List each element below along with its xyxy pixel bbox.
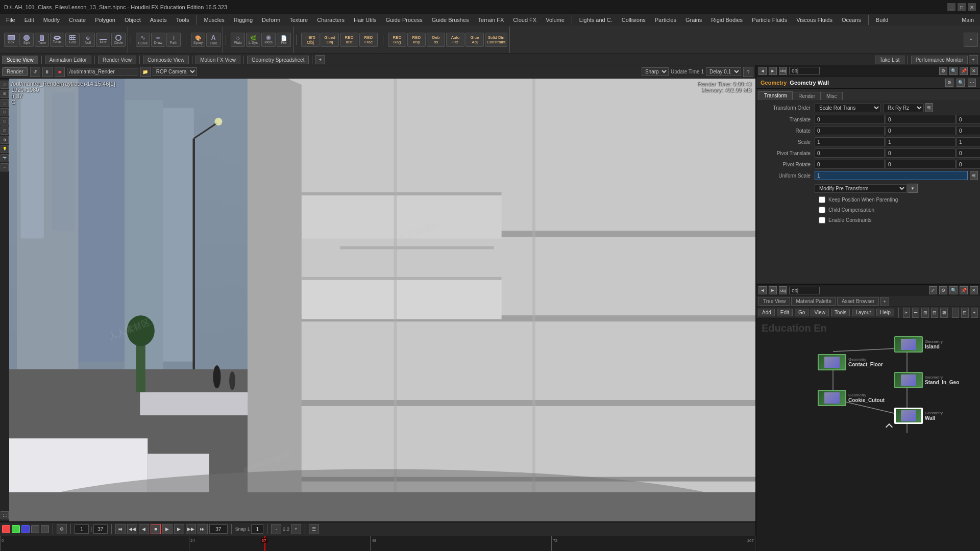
- shelf-debris[interactable]: Debris: [427, 33, 445, 47]
- tl-more[interactable]: ☰: [309, 524, 319, 534]
- rotate-order-select[interactable]: Rx Ry Rz Rx Rz Ry: [883, 104, 924, 112]
- prev-frame-btn[interactable]: ◀: [139, 524, 149, 534]
- shelf-font[interactable]: AFont: [206, 33, 220, 47]
- minimize-button[interactable]: _: [947, 3, 955, 11]
- geo-settings-btn[interactable]: ⚙: [945, 79, 953, 87]
- sidebar-handle[interactable]: ↔: [1, 163, 9, 171]
- sidebar-view4[interactable]: ⊡: [1, 108, 9, 116]
- shelf-torus[interactable]: Torus: [50, 33, 64, 47]
- shelf-curve[interactable]: ∿Curve: [136, 33, 150, 47]
- node-zoom-in[interactable]: +: [971, 308, 978, 318]
- shelf-rbdragdolls[interactable]: RBDRag: [388, 33, 406, 47]
- play-btn[interactable]: ▶: [162, 524, 173, 534]
- node-search[interactable]: 🔍: [949, 286, 958, 294]
- node-tab-add[interactable]: +: [880, 297, 889, 306]
- node-help-btn[interactable]: Help: [876, 309, 894, 316]
- shelf-circle[interactable]: Circle: [111, 33, 126, 47]
- node-layout-btn[interactable]: Layout: [852, 309, 874, 316]
- modify-pre-arrow[interactable]: ▼: [908, 184, 918, 193]
- menu-file[interactable]: File: [2, 16, 19, 24]
- maximize-button[interactable]: □: [958, 3, 966, 11]
- prev-key-btn[interactable]: ◀◀: [127, 524, 137, 534]
- rotate-y[interactable]: [886, 126, 955, 135]
- tab-compositeview[interactable]: Composite View: [143, 56, 189, 64]
- translate-x[interactable]: [815, 115, 885, 124]
- shelf-rbdfractured[interactable]: RBDFrac: [359, 33, 378, 47]
- menu-muscles[interactable]: Muscles: [200, 16, 228, 24]
- geo-search-btn[interactable]: 🔍: [957, 79, 965, 87]
- menu-hairutils[interactable]: Hair Utils: [350, 16, 381, 24]
- sidebar-shade[interactable]: ◑: [1, 136, 9, 144]
- render-stop[interactable]: ■: [55, 67, 65, 77]
- display-toggle[interactable]: [31, 525, 39, 533]
- pivot-rotate-y[interactable]: [886, 160, 955, 169]
- node-tools-btn[interactable]: Tools: [831, 309, 850, 316]
- add-right-view[interactable]: +: [969, 55, 978, 64]
- sidebar-snapshot[interactable]: 📷: [1, 154, 9, 162]
- menu-cloudfx[interactable]: Cloud FX: [509, 16, 541, 24]
- speed-down[interactable]: -: [271, 524, 281, 534]
- menu-lights[interactable]: Lights and C.: [575, 16, 617, 24]
- frame-display[interactable]: 37: [209, 524, 228, 534]
- uniform-scale-input[interactable]: [815, 171, 968, 180]
- node-contactfloor[interactable]: Geometry Contact_Floor: [818, 354, 883, 370]
- sidebar-wireframe[interactable]: ◫: [1, 127, 9, 135]
- panel-close[interactable]: ✕: [970, 67, 978, 75]
- sidebar-grid[interactable]: ⊞: [1, 90, 9, 98]
- node-tab-matpalette[interactable]: Material Palette: [791, 297, 836, 306]
- render-toggle[interactable]: [41, 525, 49, 533]
- node-wall[interactable]: Geometry Wall: [894, 408, 943, 424]
- menu-polygon[interactable]: Polygon: [91, 16, 119, 24]
- stop-btn[interactable]: ■: [151, 524, 161, 534]
- menu-characters[interactable]: Characters: [313, 16, 349, 24]
- panel-search[interactable]: 🔍: [949, 67, 958, 75]
- shelf-more[interactable]: +: [964, 33, 978, 47]
- node-expand[interactable]: ⤢: [929, 286, 937, 294]
- node-island[interactable]: Geometry Island: [894, 336, 943, 353]
- sidebar-lighting[interactable]: 💡: [1, 145, 9, 153]
- next-key-btn[interactable]: ▶▶: [186, 524, 196, 534]
- tab-sceneview[interactable]: Scene View: [2, 56, 38, 64]
- transform-order-select[interactable]: Scale Rot Trans Scale Trans Rot Rot Scal…: [815, 104, 881, 112]
- node-standingeo[interactable]: Geometry Stand_In_Geo: [894, 372, 959, 388]
- node-go-btn[interactable]: Go: [795, 309, 808, 316]
- node-edit-btn[interactable]: Edit: [777, 309, 793, 316]
- render-settings[interactable]: ?: [743, 67, 753, 77]
- menu-texture[interactable]: Texture: [285, 16, 312, 24]
- current-frame-input[interactable]: 37: [93, 524, 108, 534]
- shelf-soliddinconstraint[interactable]: Solid DinConstraint: [485, 33, 507, 47]
- sidebar-view1[interactable]: □: [1, 99, 9, 107]
- record-button[interactable]: [2, 525, 10, 533]
- render-quality-select[interactable]: Sharp: [642, 67, 669, 76]
- transform-order-chain[interactable]: ⛓: [925, 103, 933, 112]
- node-pin[interactable]: 📌: [960, 286, 968, 294]
- translate-z[interactable]: [957, 115, 980, 124]
- menu-tools[interactable]: Tools: [172, 16, 193, 24]
- record-green[interactable]: [12, 525, 20, 533]
- pivot-translate-y[interactable]: [886, 148, 955, 158]
- tab-transform[interactable]: Transform: [758, 91, 793, 100]
- snap-value[interactable]: [251, 524, 263, 534]
- sidebar-zoom[interactable]: ⛶: [1, 511, 9, 519]
- tab-misc[interactable]: Misc: [821, 92, 843, 100]
- menu-create[interactable]: Create: [65, 16, 90, 24]
- record-blue[interactable]: [21, 525, 30, 533]
- scale-y[interactable]: [886, 137, 955, 146]
- keep-position-checkbox[interactable]: [819, 196, 825, 203]
- menu-modify[interactable]: Modify: [39, 16, 64, 24]
- modify-pre-select[interactable]: Modify Pre-Transform: [815, 184, 906, 193]
- pivot-rotate-z[interactable]: [957, 160, 980, 169]
- menu-viscousfluids[interactable]: Viscous Fluids: [792, 16, 837, 24]
- tab-render-props[interactable]: Render: [793, 92, 821, 100]
- shelf-line[interactable]: Line: [96, 33, 110, 47]
- shelf-null[interactable]: ⊕Null: [81, 33, 95, 47]
- node-add-btn[interactable]: Add: [758, 309, 775, 316]
- node-grid-icon[interactable]: ⊞: [921, 308, 928, 318]
- menu-terrainfx[interactable]: Terrain FX: [474, 16, 508, 24]
- shelf-rbdimpulse[interactable]: RBDImp: [407, 33, 426, 47]
- geo-misc-btn[interactable]: ⋯: [968, 79, 976, 87]
- go-end-btn[interactable]: ⏭: [198, 524, 208, 534]
- menu-grains[interactable]: Grains: [681, 16, 706, 24]
- panel-pin[interactable]: 📌: [960, 67, 968, 75]
- node-tab-treeview[interactable]: Tree View: [758, 297, 790, 306]
